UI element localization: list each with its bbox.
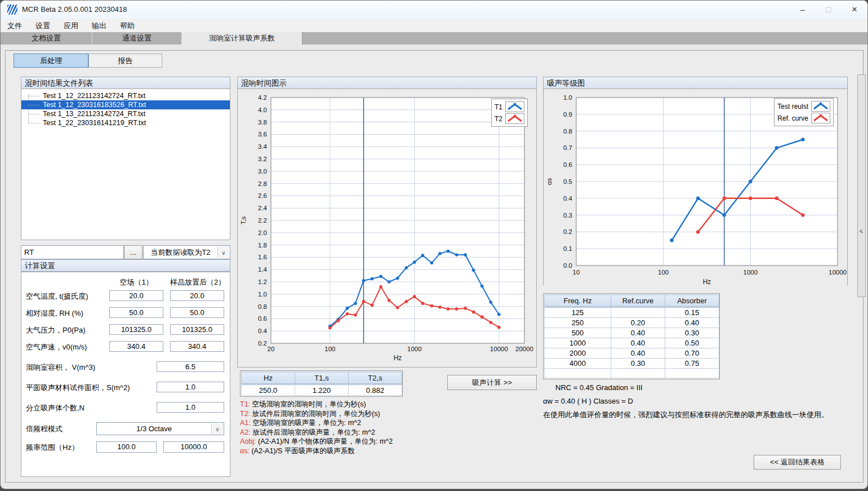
collapse-arrow-icon: < xyxy=(860,228,863,235)
rt-value-table: HzT1,sT2,s250.01.2200.882 xyxy=(240,370,403,397)
svg-text:3.6: 3.6 xyxy=(258,131,267,138)
rt-chart[interactable]: 0.20.40.60.81.01.21.41.61.82.02.22.42.62… xyxy=(238,90,536,367)
table-cell: 4000 xyxy=(545,359,611,369)
tab-strip: 文档设置通道设置混响室计算吸声系数 xyxy=(1,32,867,45)
menu-item-1[interactable]: 设置 xyxy=(29,19,57,32)
chevron-down-icon[interactable]: ∨ xyxy=(211,423,223,434)
table-cell: 0.40 xyxy=(611,328,665,338)
table-row: 40000.300.75 xyxy=(545,359,719,369)
calc-single-input-0[interactable]: 6.5 xyxy=(157,361,224,372)
col-header-empty-field: 空场（1） xyxy=(109,277,163,287)
legend-note-key: T2: xyxy=(240,410,252,418)
calc-input-0-1[interactable]: 20.0 xyxy=(109,290,163,301)
table-cell: 1000 xyxy=(545,338,611,348)
calc-settings-title: 计算设置 xyxy=(21,259,230,272)
file-item[interactable]: Test 1_12_221123142724_RT.txt xyxy=(21,91,230,100)
svg-text:3.0: 3.0 xyxy=(258,168,267,175)
chevron-down-icon[interactable]: ∨ xyxy=(217,246,229,258)
svg-text:0.2: 0.2 xyxy=(563,228,572,235)
legend-note-key: T1: xyxy=(240,400,252,408)
close-button[interactable]: × xyxy=(842,1,867,19)
collapse-panel-handle[interactable]: < xyxy=(857,74,866,297)
legend-note-line: A2: 放试件后混响室的吸声量，单位为: m^2 xyxy=(240,428,393,437)
tree-branch xyxy=(28,105,39,105)
table-cell xyxy=(665,369,719,378)
svg-text:2.2: 2.2 xyxy=(258,217,267,224)
file-name: Test 1_12_230316183526_RT.txt xyxy=(43,101,146,109)
table-row: 2500.200.40 xyxy=(545,318,719,328)
tab-0[interactable]: 文档设置 xyxy=(1,32,92,45)
svg-text:1.0: 1.0 xyxy=(563,94,572,101)
table-cell: 0.15 xyxy=(665,307,719,318)
absorb-calc-button[interactable]: 吸声计算 >> xyxy=(447,375,537,390)
legend-note-line: A1: 空场混响室的吸声量，单位为: m^2 xyxy=(240,418,393,428)
table-cell: 2000 xyxy=(545,348,611,359)
svg-text:3.8: 3.8 xyxy=(258,119,267,126)
svg-text:20: 20 xyxy=(268,346,275,352)
table-row: 250.01.2200.882 xyxy=(242,384,402,396)
calc-input-1-1[interactable]: 50.0 xyxy=(109,307,163,318)
legend-entry: Ref. curve xyxy=(777,112,830,124)
tab-postprocess[interactable]: 后处理 xyxy=(14,54,88,68)
menu-item-2[interactable]: 应用 xyxy=(57,19,85,32)
calc-single-input-1[interactable]: 1.0 xyxy=(157,382,224,392)
browse-button[interactable]: ... xyxy=(124,245,143,259)
freq-min-input[interactable]: 100.0 xyxy=(96,441,157,453)
calc-input-3-2[interactable]: 340.4 xyxy=(170,341,224,352)
svg-text:4.0: 4.0 xyxy=(258,107,267,113)
calc-single-label-2: 分立吸声体个数,N xyxy=(26,403,84,413)
menu-item-4[interactable]: 帮助 xyxy=(113,19,141,32)
calc-single-label-0: 混响室容积， V(m^3) xyxy=(26,362,95,373)
calc-input-1-2[interactable]: 50.0 xyxy=(170,307,224,318)
rt-name-input[interactable]: RT xyxy=(21,245,124,259)
calc-input-2-1[interactable]: 101325.0 xyxy=(109,324,163,335)
calc-single-input-2[interactable]: 1.0 xyxy=(157,402,224,413)
legend-label: T2 xyxy=(495,115,502,123)
maximize-button[interactable]: □ xyxy=(816,1,842,19)
back-to-results-button[interactable]: << 返回结果表格 xyxy=(754,455,841,470)
svg-text:0.0: 0.0 xyxy=(563,262,572,269)
tab-report[interactable]: 报告 xyxy=(88,54,162,68)
legend-note-line: T2: 放试件后混响室的混响时间，单位为秒(s) xyxy=(240,409,393,419)
menu-item-3[interactable]: 输出 xyxy=(85,19,113,32)
table-row: 10000.400.50 xyxy=(545,338,719,348)
table-cell: 0.50 xyxy=(665,338,719,348)
legend-notes: T1: 空场混响室的混响时间，单位为秒(s)T2: 放试件后混响室的混响时间，单… xyxy=(240,400,393,455)
tab-2[interactable]: 混响室计算吸声系数 xyxy=(182,32,302,45)
svg-text:100: 100 xyxy=(658,269,669,276)
svg-text:10000: 10000 xyxy=(829,269,847,276)
legend-note-key: A2: xyxy=(240,428,252,436)
grade-chart[interactable]: 0.00.10.20.30.40.50.60.70.80.91.01010010… xyxy=(544,90,847,285)
legend-note-desc: (A2-A1)/N 单个物体的吸声量，单位为: m^2 xyxy=(258,437,393,445)
svg-text:2.4: 2.4 xyxy=(258,205,268,211)
tree-branch xyxy=(28,114,39,114)
minimize-button[interactable]: – xyxy=(790,1,816,19)
table-cell: 0.40 xyxy=(611,348,665,359)
table-cell xyxy=(545,369,611,378)
calc-input-0-2[interactable]: 20.0 xyxy=(170,290,224,301)
legend-note-key: A1: xyxy=(240,419,252,427)
tab-1[interactable]: 通道设置 xyxy=(92,32,182,45)
legend-label: T1 xyxy=(495,103,502,111)
file-item[interactable]: Test 1_12_230316183526_RT.txt xyxy=(21,100,230,109)
svg-text:1.4: 1.4 xyxy=(258,266,268,273)
svg-text:2.8: 2.8 xyxy=(258,180,267,187)
table-row: 5000.400.30 xyxy=(545,328,719,338)
legend-entry: Test reulst xyxy=(777,100,830,112)
svg-text:0.5: 0.5 xyxy=(563,178,572,185)
file-name: Test 1_13_221123142724_RT.txt xyxy=(43,110,145,118)
octave-mode-combo[interactable]: 1/3 Octave ∨ xyxy=(96,422,224,435)
file-item[interactable]: Test 1_13_221123142724_RT.txt xyxy=(21,109,230,118)
column-header: T1,s xyxy=(295,372,349,384)
calc-input-2-2[interactable]: 101325.0 xyxy=(170,324,224,335)
calc-input-3-1[interactable]: 340.4 xyxy=(109,341,163,352)
legend-note-key: αs: xyxy=(240,447,251,455)
file-item[interactable]: Test 1_22_230316141219_RT.txt xyxy=(21,118,230,127)
freq-max-input[interactable]: 10000.0 xyxy=(163,441,224,453)
rt-value-table-inner: HzT1,sT2,s250.01.2200.882 xyxy=(241,371,402,396)
file-name: Test 1_12_221123142724_RT.txt xyxy=(43,92,145,100)
table-cell: 0.30 xyxy=(611,359,665,369)
legend-series-icon xyxy=(811,113,830,123)
menu-item-0[interactable]: 文件 xyxy=(1,19,29,32)
data-read-combo[interactable]: 当前数据读取为T2 ∨ xyxy=(143,245,230,259)
